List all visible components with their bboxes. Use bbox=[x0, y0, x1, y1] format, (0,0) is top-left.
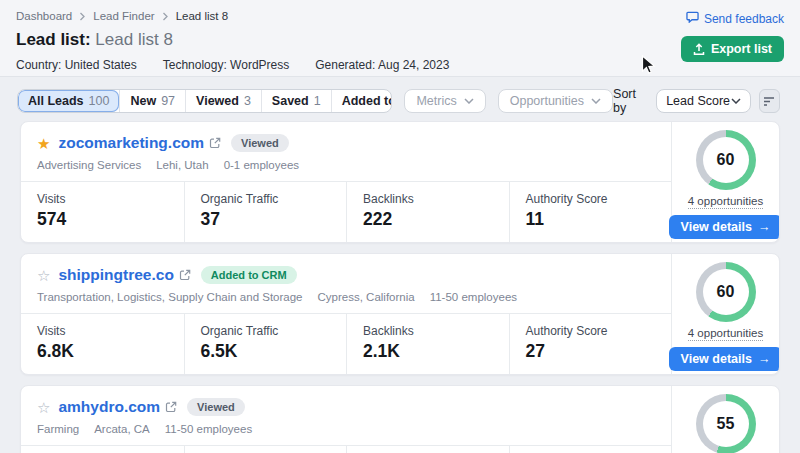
meta-generated: Generated: Aug 24, 2023 bbox=[315, 58, 449, 72]
sort-direction-button[interactable] bbox=[759, 89, 780, 113]
lead-industry: Transportation, Logistics, Supply Chain … bbox=[37, 291, 303, 303]
export-upload-icon bbox=[693, 43, 705, 56]
chevron-down-icon bbox=[464, 98, 474, 104]
breadcrumb: Dashboard Lead Finder Lead list 8 bbox=[16, 10, 784, 22]
send-feedback-label: Send feedback bbox=[704, 12, 784, 26]
export-list-label: Export list bbox=[711, 42, 772, 56]
metric-visits: Visits 574 bbox=[21, 182, 184, 242]
lead-location: Cypress, California bbox=[318, 291, 415, 303]
meta-country: Country: United States bbox=[16, 58, 137, 72]
metric-value: 222 bbox=[363, 209, 493, 230]
page-title-label: Lead list: bbox=[16, 30, 91, 49]
metric-label: Organic Traffic bbox=[201, 192, 331, 206]
status-badge: Added to CRM bbox=[201, 266, 297, 284]
tab-added-to-crm[interactable]: Added to CRM 1 bbox=[331, 90, 393, 112]
lead-score: 60 bbox=[717, 151, 735, 169]
metric-visits: Visits 6.8K bbox=[21, 314, 184, 374]
lead-industry: Farming bbox=[37, 423, 79, 435]
external-link-icon bbox=[165, 401, 177, 413]
lead-metrics: Visits Organic Traffic Backlinks Authori… bbox=[21, 445, 671, 453]
lead-list: ★ zocomarketing.com Viewed Advertising S… bbox=[20, 121, 780, 453]
send-feedback-link[interactable]: Send feedback bbox=[686, 11, 784, 26]
metric-visits: Visits bbox=[21, 446, 184, 453]
metric-value: 6.8K bbox=[37, 341, 168, 362]
star-icon[interactable]: ☆ bbox=[37, 400, 50, 415]
metric-organic-traffic: Organic Traffic bbox=[184, 446, 347, 453]
tab-label: Saved bbox=[272, 94, 309, 108]
lead-score: 55 bbox=[717, 415, 735, 433]
tab-label: Added to CRM bbox=[342, 94, 393, 108]
metric-value: 11 bbox=[526, 209, 656, 230]
metrics-dropdown[interactable]: Metrics bbox=[404, 89, 485, 113]
page-header: Dashboard Lead Finder Lead list 8 Lead l… bbox=[0, 0, 800, 77]
metric-label: Backlinks bbox=[363, 324, 493, 338]
metric-authority-score: Authority Score bbox=[509, 446, 672, 453]
tab-new[interactable]: New 97 bbox=[119, 90, 185, 112]
lead-card: ☆ shippingtree.co Added to CRM Transport… bbox=[20, 253, 780, 375]
lead-domain: zocomarketing.com bbox=[58, 134, 204, 152]
lead-location: Lehi, Utah bbox=[156, 159, 208, 171]
breadcrumb-dashboard[interactable]: Dashboard bbox=[16, 10, 72, 22]
metric-label: Backlinks bbox=[363, 192, 493, 206]
tab-label: All Leads bbox=[28, 94, 84, 108]
list-meta: Country: United States Technology: WordP… bbox=[16, 58, 784, 72]
sort-select-value: Lead Score bbox=[666, 94, 730, 108]
lead-metrics: Visits 574 Organic Traffic 37 Backlinks … bbox=[21, 181, 671, 242]
metric-value: 574 bbox=[37, 209, 168, 230]
view-details-button[interactable]: View details → bbox=[669, 215, 780, 239]
metric-backlinks: Backlinks 2.1K bbox=[346, 314, 509, 374]
tab-count: 3 bbox=[244, 94, 251, 108]
feedback-bubble-icon bbox=[686, 11, 699, 26]
status-badge: Viewed bbox=[231, 134, 289, 152]
external-link-icon bbox=[179, 269, 191, 281]
view-details-label: View details bbox=[681, 220, 752, 234]
tab-count: 1 bbox=[314, 94, 321, 108]
lead-card: ★ zocomarketing.com Viewed Advertising S… bbox=[20, 121, 780, 243]
lead-domain-link[interactable]: shippingtree.co bbox=[58, 266, 190, 284]
lead-score-donut: 60 bbox=[696, 130, 756, 190]
tab-all-leads[interactable]: All Leads 100 bbox=[18, 90, 119, 112]
lead-status-tabs: All Leads 100 New 97 Viewed 3 Saved 1 Ad… bbox=[17, 89, 392, 113]
lead-industry: Advertising Services bbox=[37, 159, 141, 171]
metric-backlinks: Backlinks 222 bbox=[346, 182, 509, 242]
sort-by-label: Sort by bbox=[613, 87, 648, 115]
metric-label: Visits bbox=[37, 324, 168, 338]
lead-card: ☆ amhydro.com Viewed Farming Arcata, CA … bbox=[20, 385, 780, 453]
sort-descending-icon bbox=[763, 96, 775, 106]
export-list-button[interactable]: Export list bbox=[681, 36, 784, 62]
view-details-button[interactable]: View details → bbox=[669, 347, 780, 371]
metric-label: Visits bbox=[37, 192, 168, 206]
star-icon[interactable]: ★ bbox=[37, 136, 50, 151]
filter-toolbar: All Leads 100 New 97 Viewed 3 Saved 1 Ad… bbox=[17, 89, 780, 113]
opportunities-link[interactable]: 4 opportunities bbox=[688, 327, 763, 341]
opportunities-link[interactable]: 4 opportunities bbox=[688, 195, 763, 209]
view-details-label: View details bbox=[681, 352, 752, 366]
arrow-right-icon: → bbox=[758, 220, 771, 234]
metric-backlinks: Backlinks bbox=[346, 446, 509, 453]
lead-employees: 11-50 employees bbox=[165, 423, 252, 435]
lead-score-donut: 60 bbox=[696, 262, 756, 322]
lead-location: Arcata, CA bbox=[94, 423, 150, 435]
lead-domain-link[interactable]: zocomarketing.com bbox=[58, 134, 221, 152]
lead-employees: 11-50 employees bbox=[430, 291, 517, 303]
metric-label: Authority Score bbox=[526, 324, 656, 338]
lead-domain: amhydro.com bbox=[58, 398, 160, 416]
tab-viewed[interactable]: Viewed 3 bbox=[185, 90, 261, 112]
metric-label: Organic Traffic bbox=[201, 324, 331, 338]
lead-domain-link[interactable]: amhydro.com bbox=[58, 398, 177, 416]
tab-label: New bbox=[130, 94, 156, 108]
metric-authority-score: Authority Score 11 bbox=[509, 182, 672, 242]
lead-metrics: Visits 6.8K Organic Traffic 6.5K Backlin… bbox=[21, 313, 671, 374]
metric-authority-score: Authority Score 27 bbox=[509, 314, 672, 374]
tab-count: 100 bbox=[89, 94, 110, 108]
breadcrumb-lead-finder[interactable]: Lead Finder bbox=[93, 10, 154, 22]
tab-saved[interactable]: Saved 1 bbox=[261, 90, 331, 112]
star-icon[interactable]: ☆ bbox=[37, 268, 50, 283]
metric-label: Authority Score bbox=[526, 192, 656, 206]
sort-select[interactable]: Lead Score bbox=[656, 89, 750, 113]
chevron-down-icon bbox=[591, 98, 601, 104]
lead-domain: shippingtree.co bbox=[58, 266, 173, 284]
metric-organic-traffic: Organic Traffic 6.5K bbox=[184, 314, 347, 374]
metrics-dropdown-label: Metrics bbox=[416, 94, 456, 108]
opportunities-dropdown[interactable]: Opportunities bbox=[498, 89, 613, 113]
